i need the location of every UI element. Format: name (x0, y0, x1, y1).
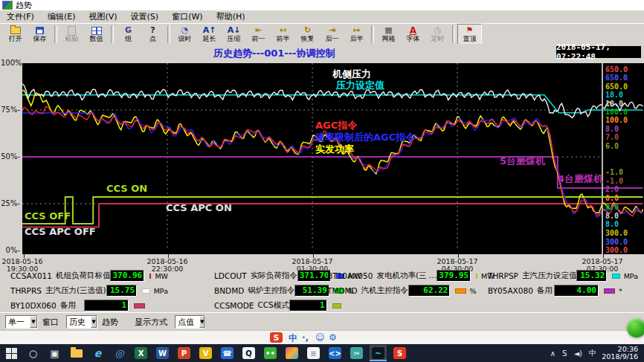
point-tag: THRPSP (488, 271, 518, 280)
save-button[interactable]: 保存 (28, 24, 52, 45)
tray-volume-icon[interactable]: ◄) (573, 349, 582, 358)
toolbar-button-label: 延长 (203, 35, 216, 42)
toolbar-button-label: 字体 (407, 35, 420, 42)
excel-icon-badge: X (135, 347, 147, 359)
right-axis-label: 8.0 (605, 125, 619, 133)
extend-button[interactable]: A↑延长 (197, 24, 222, 45)
screenshot-app-icon-badge: ✂ (350, 347, 363, 359)
source-dropdown[interactable]: 历史 ▼ (66, 315, 97, 329)
right-axis-label: 6.0 (605, 142, 619, 150)
phone-app-icon-badge: ☎ (221, 347, 234, 359)
ime-sogou-logo[interactable]: S (270, 332, 283, 343)
numeric-button[interactable]: 数值 (84, 24, 109, 45)
screenshot-app-icon[interactable]: ✂ (348, 345, 365, 361)
toolbar-button-label: 网格 (382, 35, 396, 42)
toolbar-button-label: 前一 (252, 35, 265, 42)
font-button[interactable]: A字体 (401, 24, 425, 45)
menu-item[interactable]: 设置(S) (124, 10, 166, 23)
group-button[interactable]: G组 (116, 24, 141, 45)
readout-row: BY10DX060备用1 (10, 298, 168, 313)
browser-icon[interactable]: ◎ (111, 345, 128, 361)
display-mode-dropdown[interactable]: 点值 ▼ (175, 315, 205, 329)
point-tag: TMDMD (327, 286, 358, 295)
timer-button: ◷定时 (425, 24, 450, 45)
point-tag: CCSMODE (214, 301, 254, 310)
qq-icon[interactable]: Q (240, 345, 257, 361)
open-icon (10, 26, 21, 35)
menu-item[interactable]: 视图(V) (82, 10, 123, 23)
trend-label: 趋势 (102, 317, 118, 328)
window-type-dropdown[interactable]: 单一 ▼ (5, 315, 38, 329)
menu-item[interactable]: 文件(F) (0, 10, 41, 23)
restore-button[interactable]: ↻恢复 (295, 24, 320, 45)
ime-punct[interactable]: ·, (302, 332, 309, 343)
edge-browser-icon[interactable]: e (89, 345, 106, 361)
start-button[interactable] (3, 345, 20, 361)
source-value: 历史 (67, 317, 91, 328)
compress-button[interactable]: A↓压缩 (222, 24, 246, 45)
win-pane (12, 348, 17, 353)
word-icon[interactable]: W (154, 345, 171, 361)
task-view-icon[interactable]: ▣ (46, 345, 63, 361)
point-value: 51.39 (294, 285, 329, 297)
word-icon-badge: W (156, 347, 169, 359)
phone-app-icon[interactable]: ☎ (219, 345, 236, 361)
tray-expand-icon[interactable]: ∧ (550, 349, 556, 358)
trend-plot-area[interactable]: 650.0650.0650.018.018.0100.0100.08.07.06… (22, 63, 644, 254)
photos-icon[interactable] (283, 345, 300, 361)
powerpoint-icon[interactable]: P (176, 345, 193, 361)
point-description: 备用 (537, 285, 554, 296)
excel-icon[interactable]: X (132, 345, 149, 361)
chart-title: 历史趋势---001---协调控制 (213, 47, 335, 60)
trend-app-icon[interactable]: ~ (370, 345, 387, 361)
prev-one-button[interactable]: ⇤前一 (246, 24, 271, 45)
pin-top-button[interactable]: ⚑置顶 (457, 24, 482, 45)
readout-row: THRPRS主汽压力(三选值)15.75MPa (10, 283, 168, 298)
set-time-icon: ◔ (181, 26, 189, 35)
accelerator-ball[interactable] (627, 318, 644, 337)
toolbar-button-label: 组 (125, 35, 132, 42)
open-button[interactable]: 打开 (3, 24, 28, 45)
tray-input-icon[interactable]: 中 (589, 348, 596, 358)
wechat-icon-badge: •• (264, 347, 277, 359)
next-half-button[interactable]: ↦后半 (344, 24, 369, 45)
ime-toolbox[interactable]: ⚙ (329, 332, 337, 343)
point-value: 4.00 (554, 285, 599, 297)
right-axis-label: 650.0 (605, 65, 628, 74)
v-app-icon[interactable]: V (197, 345, 214, 361)
grid-button[interactable]: ▦网格 (376, 24, 401, 45)
menu-item[interactable]: 帮助(H) (210, 10, 252, 23)
chevron-down-icon[interactable]: ▼ (91, 316, 97, 328)
code-app-icon-badge: <> (329, 347, 341, 359)
right-axis-label: 0.0 (605, 203, 619, 211)
ime-emoji[interactable]: ☺ (315, 332, 325, 343)
right-axis-label: 650.0 (605, 74, 628, 82)
readout-column: BT10AX050发电机功率(三 …379.95MWTMDMD汽机主控指令62.… (327, 268, 488, 298)
ime-lang-zh[interactable]: 中 (289, 332, 297, 345)
paste-icon (68, 26, 76, 35)
file-explorer-icon[interactable] (68, 345, 85, 361)
chevron-down-icon[interactable]: ▼ (199, 316, 205, 328)
toolbar-separator (452, 25, 455, 43)
wechat-icon[interactable]: •• (262, 345, 279, 361)
toolbar-button-label: 保存 (33, 35, 47, 42)
toolbar-separator (54, 25, 57, 43)
windows-logo-icon (6, 348, 17, 359)
sogou-icon[interactable]: S (391, 345, 408, 361)
code-app-icon[interactable]: <> (326, 345, 344, 361)
notepad-icon[interactable]: ≡ (305, 345, 322, 361)
chevron-down-icon[interactable]: ▼ (30, 316, 37, 328)
toolbar-separator (371, 25, 374, 43)
menu-item[interactable]: 窗口(W) (165, 10, 209, 23)
title-bar: 趋势 (0, 0, 644, 10)
prev-half-button[interactable]: ↤前半 (271, 24, 295, 45)
series-color-swatch (332, 303, 342, 308)
set-time-button[interactable]: ◔设时 (173, 24, 197, 45)
point-value: 370.96 (110, 270, 144, 282)
tray-sogou-icon[interactable]: S (562, 349, 567, 358)
point-button[interactable]: ?点 (141, 24, 165, 45)
menu-item[interactable]: 编辑(E) (41, 10, 83, 23)
search-icon[interactable]: ○ (25, 345, 42, 361)
next-one-button[interactable]: ⇥后一 (320, 24, 344, 45)
taskbar-clock[interactable]: 20:36 2018/9/16 (602, 346, 638, 361)
